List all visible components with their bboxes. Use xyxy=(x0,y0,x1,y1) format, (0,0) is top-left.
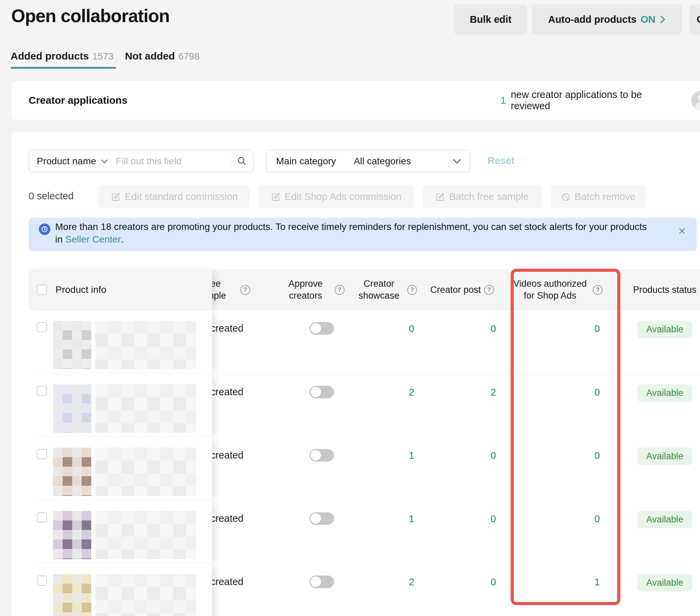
new-applications-message: new creator applications to be reviewed xyxy=(511,89,684,112)
videos-authorized-value[interactable]: 0 xyxy=(511,310,603,374)
toggle-knob xyxy=(311,513,321,524)
tab-not-added[interactable]: Not added 6798 xyxy=(125,50,200,62)
creator-post-value[interactable]: 0 xyxy=(426,564,499,616)
page-title: Open collaboration xyxy=(11,5,170,26)
creator-showcase-value[interactable]: 1 xyxy=(354,437,417,501)
product-info-cell xyxy=(29,310,212,374)
status-badge: Available xyxy=(637,384,692,402)
creator-post-value[interactable]: 0 xyxy=(426,437,499,501)
tab-label: Not added xyxy=(125,50,175,62)
product-image-blurred xyxy=(53,448,91,496)
approve-creators-toggle[interactable] xyxy=(310,322,334,335)
open-collaboration-page: Open collaboration Bulk edit Auto-add pr… xyxy=(0,0,700,616)
bulk-edit-button[interactable]: Bulk edit xyxy=(454,4,527,34)
chevron-right-icon xyxy=(660,15,666,24)
row-checkbox[interactable] xyxy=(37,386,47,396)
select-all-checkbox[interactable] xyxy=(37,285,47,295)
creator-showcase-value[interactable]: 2 xyxy=(354,564,417,616)
button-label: Edit Shop Ads commission xyxy=(285,191,401,202)
product-image-blurred xyxy=(53,511,91,559)
creator-applications-summary[interactable]: 1 new creator applications to be reviewe… xyxy=(500,81,700,120)
bulk-edit-label: Bulk edit xyxy=(470,14,511,25)
approve-creators-toggle[interactable] xyxy=(310,512,334,525)
products-status-cell: Available xyxy=(628,501,700,564)
creator-post-value[interactable]: 0 xyxy=(426,310,499,374)
status-badge: Available xyxy=(637,574,692,591)
table-header: Free sample ? Approve creators ? Creator… xyxy=(29,269,700,310)
videos-authorized-value[interactable]: 1 xyxy=(511,564,603,616)
help-icon[interactable]: ? xyxy=(484,285,494,295)
approve-creators-toggle[interactable] xyxy=(310,576,334,588)
creator-showcase-value[interactable]: 0 xyxy=(354,310,417,374)
search-field-selector[interactable]: Product name xyxy=(37,156,96,167)
videos-authorized-value[interactable]: 0 xyxy=(511,374,603,438)
videos-authorized-value[interactable]: 0 xyxy=(511,501,603,564)
help-icon[interactable]: ? xyxy=(593,285,603,295)
edit-shop-ads-commission-button[interactable]: Edit Shop Ads commission xyxy=(259,185,414,208)
table-row: Not created 0 0 0 Available xyxy=(29,310,700,374)
banner-message: More than 18 creators are promoting your… xyxy=(55,220,654,246)
category-value: All categories xyxy=(354,156,452,167)
tab-count: 1573 xyxy=(92,51,113,62)
edit-standard-commission-button[interactable]: Edit standard commission xyxy=(99,185,250,208)
toggle-knob xyxy=(311,323,321,334)
help-icon[interactable]: ? xyxy=(335,285,345,295)
edit-icon xyxy=(271,192,280,202)
creator-showcase-value[interactable]: 1 xyxy=(354,501,417,564)
help-icon[interactable]: ? xyxy=(240,285,250,295)
approve-creators-toggle[interactable] xyxy=(310,449,334,462)
product-image-blurred xyxy=(53,574,91,616)
table-body: Not created 0 0 0 Available Not created … xyxy=(29,310,700,616)
column-header-creator-post: Creator post ? xyxy=(426,269,499,310)
creator-post-value[interactable]: 2 xyxy=(426,374,499,438)
row-checkbox[interactable] xyxy=(37,322,47,332)
row-checkbox[interactable] xyxy=(37,576,47,586)
product-text-blurred xyxy=(95,384,196,433)
auto-add-state: ON xyxy=(640,14,655,25)
status-badge: Available xyxy=(637,448,692,465)
products-status-cell: Available xyxy=(628,437,700,501)
column-header-products-status: Products status xyxy=(628,269,700,310)
row-checkbox[interactable] xyxy=(37,449,47,459)
status-badge: Available xyxy=(637,321,692,338)
help-icon[interactable]: ? xyxy=(407,285,417,295)
seller-center-link[interactable]: Seller Center xyxy=(65,234,121,245)
column-label: Approve creators xyxy=(280,278,331,302)
tab-count: 6798 xyxy=(178,51,200,62)
main-category-select[interactable]: Main category All categories xyxy=(266,150,470,172)
product-text-blurred xyxy=(95,574,196,616)
column-header-creator-showcase: Creator showcase ? xyxy=(354,269,417,310)
products-status-cell: Available xyxy=(628,374,700,438)
column-label: Creator post xyxy=(430,284,481,296)
button-label: Edit standard commission xyxy=(125,191,238,202)
approve-creators-toggle[interactable] xyxy=(310,386,334,398)
banner-text-after: . xyxy=(121,234,124,245)
close-icon[interactable] xyxy=(677,226,687,236)
creator-showcase-value[interactable]: 2 xyxy=(354,374,417,438)
product-search-box[interactable]: Product name Fill out this field xyxy=(29,150,254,172)
search-icon[interactable] xyxy=(237,156,248,167)
prohibit-icon xyxy=(561,192,571,202)
table-row: Not created 1 0 0 Available xyxy=(29,501,700,564)
product-info-cell xyxy=(29,374,212,438)
videos-authorized-value[interactable]: 0 xyxy=(511,437,603,501)
tab-added-products[interactable]: Added products 1573 xyxy=(11,50,113,62)
active-tab-underline xyxy=(11,67,116,69)
divider xyxy=(98,188,98,205)
toggle-knob xyxy=(311,577,321,587)
edit-icon xyxy=(111,192,121,202)
auto-add-products-button[interactable]: Auto-add products ON xyxy=(532,4,682,34)
partial-button-label: C xyxy=(697,14,700,25)
batch-free-sample-button[interactable]: Batch free sample xyxy=(422,185,542,208)
column-label: Product info xyxy=(55,284,106,295)
category-label: Main category xyxy=(276,156,336,167)
partial-cutoff-button[interactable]: C xyxy=(689,4,700,34)
tab-label: Added products xyxy=(11,50,89,62)
new-applications-count: 1 xyxy=(500,95,506,106)
row-checkbox[interactable] xyxy=(37,512,47,523)
chevron-down-icon xyxy=(101,159,108,164)
creator-post-value[interactable]: 0 xyxy=(426,501,499,564)
search-input[interactable]: Fill out this field xyxy=(116,156,232,167)
batch-remove-button[interactable]: Batch remove xyxy=(551,185,646,208)
reset-filters-link[interactable]: Reset xyxy=(488,155,514,166)
